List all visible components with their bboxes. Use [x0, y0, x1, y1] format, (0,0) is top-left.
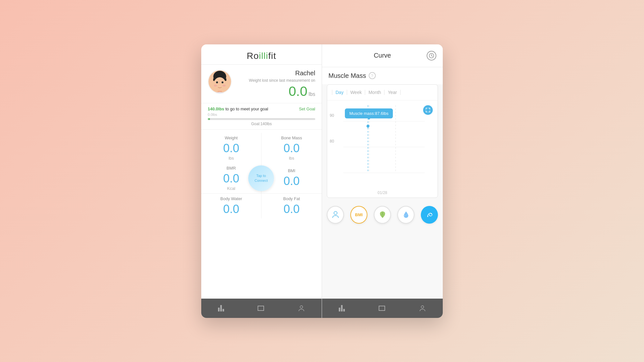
profile-name: Rachel	[237, 70, 315, 77]
set-goal-button[interactable]: Set Goal	[299, 107, 315, 111]
muscle-mass-title: Muscle Mass	[328, 72, 366, 79]
category-icons: BMI	[322, 201, 443, 228]
weight-unit: lbs	[309, 91, 315, 97]
goal-section: 140.0lbs to go to meet your goal Set Goa…	[201, 103, 322, 130]
svg-point-6	[216, 81, 218, 83]
svg-point-20	[334, 211, 337, 215]
curve-title: Curve	[338, 52, 427, 59]
chart-container: Day Week Month Year 90 80	[327, 84, 438, 198]
category-muscle-icon[interactable]	[421, 206, 438, 224]
category-bmi-icon[interactable]: BMI	[350, 206, 367, 224]
expand-button[interactable]	[423, 105, 433, 115]
weight-lost-label: Weight lost since last measurement on	[237, 78, 315, 83]
svg-point-11	[300, 306, 303, 308]
nav-person-icon[interactable]	[298, 305, 305, 312]
y-label-80: 80	[330, 139, 334, 144]
tab-day[interactable]: Day	[332, 88, 347, 96]
avatar	[208, 70, 232, 94]
date-label: 01/28	[327, 190, 438, 198]
metric-bone-mass: Bone Mass 0.0 lbs	[261, 133, 322, 163]
phone-right: Curve Muscle Mass ? Day Week Month	[322, 44, 443, 318]
right-bottom-nav	[322, 299, 443, 318]
time-tabs: Day Week Month Year	[327, 85, 438, 100]
profile-section: Rachel Weight lost since last measuremen…	[201, 65, 322, 103]
metrics-body: Weight 0.0 lbs Bone Mass 0.0 lbs BMR 0.0…	[201, 130, 322, 299]
phones-wrapper: Roillifit	[201, 44, 443, 318]
profile-info: Rachel Weight lost since last measuremen…	[237, 70, 315, 98]
muscle-mass-header: Muscle Mass ?	[322, 67, 443, 84]
svg-point-8	[214, 85, 217, 87]
svg-point-22	[404, 215, 405, 216]
chart-area: 90 80 Muscl	[327, 100, 438, 190]
svg-point-24	[406, 214, 407, 215]
category-fat-icon[interactable]	[374, 206, 391, 224]
curve-header: Curve	[322, 44, 443, 67]
svg-point-26	[421, 306, 424, 308]
svg-point-7	[222, 81, 223, 83]
nav-scale-icon[interactable]	[258, 306, 264, 311]
y-label-90: 90	[330, 113, 334, 118]
progress-bar-fill	[208, 118, 210, 120]
progress-sublabel: 0.0lbs	[208, 113, 315, 116]
progress-bar	[208, 118, 315, 120]
right-nav-person-icon[interactable]	[419, 305, 426, 312]
svg-point-19	[366, 125, 369, 128]
tab-week[interactable]: Week	[347, 88, 365, 96]
svg-point-25	[431, 213, 431, 214]
left-header: Roillifit	[201, 44, 322, 65]
goal-label: Goal:140lbs	[208, 122, 315, 126]
category-water-icon[interactable]	[397, 206, 414, 224]
right-nav-chart-icon[interactable]	[339, 305, 345, 311]
metric-weight: Weight 0.0 lbs	[201, 133, 261, 163]
category-weight-icon[interactable]	[327, 206, 344, 224]
chart-tooltip: Muscle mass:87.6lbs	[345, 108, 393, 118]
right-nav-scale-icon[interactable]	[379, 306, 385, 311]
help-icon[interactable]: ?	[369, 72, 376, 79]
right-spacer	[322, 228, 443, 299]
tap-to-connect-button[interactable]: Tap toConnect	[248, 165, 274, 191]
nav-chart-icon[interactable]	[218, 305, 224, 311]
tab-month[interactable]: Month	[365, 88, 384, 96]
svg-point-5	[214, 77, 226, 91]
phone-left: Roillifit	[201, 44, 322, 318]
metric-bmr: BMR 0.0 Kcal Tap toConnect	[201, 163, 261, 193]
svg-point-9	[223, 85, 226, 87]
weight-value: 0.0	[289, 85, 307, 98]
left-bottom-nav	[201, 299, 322, 318]
history-icon[interactable]	[427, 51, 436, 60]
tab-year[interactable]: Year	[384, 88, 400, 96]
metric-body-fat: Body Fat 0.0	[261, 193, 322, 218]
goal-text: 140.0lbs to go to meet your goal	[208, 107, 268, 111]
metric-body-water: Body Water 0.0	[201, 193, 261, 218]
app-logo: Roillifit	[201, 51, 322, 61]
metrics-grid: Weight 0.0 lbs Bone Mass 0.0 lbs BMR 0.0…	[201, 130, 322, 222]
